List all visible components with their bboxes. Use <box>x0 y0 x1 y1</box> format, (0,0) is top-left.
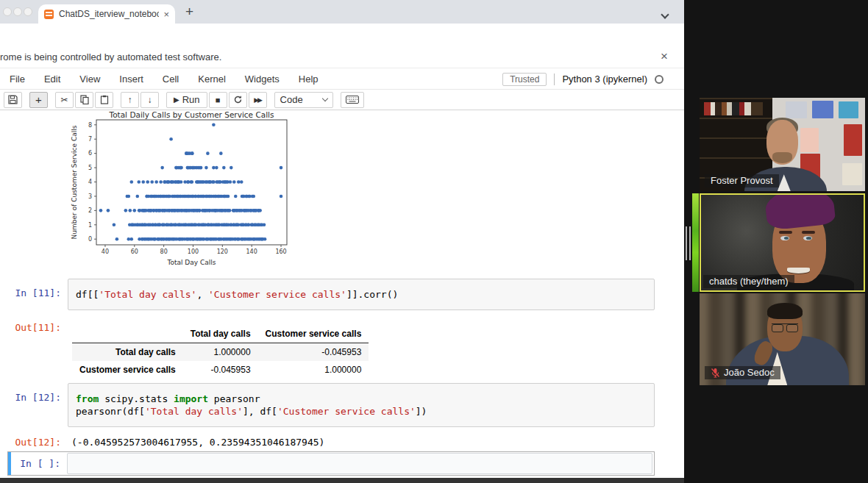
paste-cell-button[interactable] <box>95 92 113 108</box>
output-cell-11: Out[11]: Total day callsCustomer service… <box>6 321 655 379</box>
video-tile-chatds-active[interactable]: chatds (they/them) <box>700 193 865 292</box>
svg-text:Total Daily Calls by Customer: Total Daily Calls by Customer Service Ca… <box>109 112 274 119</box>
svg-text:7: 7 <box>88 136 92 143</box>
selected-empty-cell[interactable]: In [ ]: <box>7 451 655 476</box>
menu-item-edit[interactable]: Edit <box>35 68 70 90</box>
cell-prompt: In [12]: <box>6 383 68 427</box>
tab-close-icon[interactable]: × <box>159 9 169 20</box>
trusted-badge: Trusted <box>502 73 547 86</box>
copy-cell-button[interactable] <box>75 92 93 108</box>
mic-muted-icon <box>711 368 720 378</box>
active-speaker-strip <box>692 193 699 292</box>
output-value: (-0.045952573004617955, 0.23594351046187… <box>71 435 324 448</box>
svg-text:8: 8 <box>88 122 92 129</box>
cut-cell-button[interactable]: ✂ <box>55 92 74 108</box>
restart-kernel-button[interactable] <box>229 92 247 108</box>
code-cell-12: In [12]: from scipy.stats import pearson… <box>6 383 655 427</box>
participant-name-label: chatds (they/them) <box>703 275 794 288</box>
menu-item-file[interactable]: File <box>0 68 35 90</box>
participant-beard <box>772 152 792 163</box>
avatar-eyebrow <box>802 231 815 234</box>
svg-text:60: 60 <box>131 248 138 255</box>
panel-resize-handle[interactable] <box>686 226 691 260</box>
cell-prompt: In [ ]: <box>8 452 67 475</box>
participant-name-label: Foster Provost <box>705 174 779 187</box>
video-call-panel: Foster Provost chatds (they/them) <box>684 0 868 483</box>
bottom-edge <box>0 478 684 483</box>
wall-drawing <box>842 163 862 185</box>
svg-text:5: 5 <box>88 165 92 171</box>
code-input-11[interactable]: df[['Total day calls', 'Customer service… <box>68 279 655 310</box>
run-button[interactable]: ▶ Run <box>166 92 207 108</box>
automation-infobar: rome is being controlled by automated te… <box>0 46 684 68</box>
add-cell-button[interactable]: + <box>29 92 48 108</box>
tab-search-chevron-icon[interactable] <box>662 7 668 21</box>
browser-window: ChatDS_iterview_notebook - .. × + i loca… <box>0 0 684 483</box>
kernel-name: Python 3 (ipykernel) <box>562 74 647 85</box>
menu-item-cell[interactable]: Cell <box>153 68 188 90</box>
svg-text:6: 6 <box>88 150 92 157</box>
menu-item-widgets[interactable]: Widgets <box>235 68 289 90</box>
move-cell-down-button[interactable]: ↓ <box>140 92 159 108</box>
wall-drawing <box>839 101 858 118</box>
svg-text:4: 4 <box>88 179 92 185</box>
traffic-light-close-button[interactable] <box>3 7 12 16</box>
red-paper <box>844 124 862 156</box>
empty-cell-input[interactable] <box>67 453 652 474</box>
run-label: Run <box>182 94 200 105</box>
svg-text:140: 140 <box>246 248 257 255</box>
scatter-figure: 406080100120140160012345678Total Daily C… <box>70 112 291 271</box>
infobar-close-icon[interactable]: × <box>661 49 668 64</box>
traffic-light-minimize-button[interactable] <box>13 7 22 16</box>
menu-item-view[interactable]: View <box>70 68 110 90</box>
browser-tab[interactable]: ChatDS_iterview_notebook - .. × <box>38 4 175 24</box>
avatar-purple-hair <box>764 193 836 231</box>
cell-type-select[interactable]: Code <box>274 92 333 108</box>
cell-type-value: Code <box>280 94 303 105</box>
save-button[interactable] <box>4 92 22 108</box>
wall-paper <box>800 128 819 152</box>
code-input-12[interactable]: from scipy.stats import pearsonrpearsonr… <box>68 383 655 427</box>
avatar-smile <box>787 268 810 273</box>
participant-name-label: João Sedoc <box>705 366 780 379</box>
output-cell-12: Out[12]: (-0.045952573004617955, 0.23594… <box>6 435 655 448</box>
svg-text:40: 40 <box>102 248 109 255</box>
menubar-divider <box>554 74 555 85</box>
command-palette-keyboard-button[interactable] <box>341 92 364 108</box>
avatar-eyebrow <box>779 231 792 234</box>
avatar-eye <box>780 236 789 240</box>
infobar-text: rome is being controlled by automated te… <box>0 46 221 68</box>
svg-text:3: 3 <box>88 193 92 200</box>
svg-text:80: 80 <box>160 248 168 255</box>
output-prompt: Out[11]: <box>6 321 68 379</box>
move-cell-up-button[interactable]: ↑ <box>121 92 139 108</box>
stop-button[interactable]: ■ <box>209 92 227 108</box>
avatar-eye <box>803 236 812 240</box>
jupyter-favicon <box>44 10 54 19</box>
output-prompt: Out[12]: <box>6 435 68 448</box>
participant-hair <box>767 303 802 320</box>
svg-text:120: 120 <box>217 248 228 255</box>
traffic-light-zoom-button[interactable] <box>24 7 32 16</box>
menu-item-help[interactable]: Help <box>289 68 328 90</box>
screen: ChatDS_iterview_notebook - .. × + i loca… <box>0 0 868 483</box>
jupyter-menubar: File Edit View Insert Cell Kernel Widget… <box>0 68 684 90</box>
video-tile-joao-sedoc[interactable]: João Sedoc <box>700 293 865 385</box>
svg-text:0: 0 <box>88 236 92 243</box>
wall-drawing <box>812 101 833 118</box>
code-cell-11: In [11]: df[['Total day calls', 'Custome… <box>6 279 655 310</box>
book-spines <box>704 102 763 115</box>
restart-run-all-button[interactable]: ▶▶ <box>249 92 267 108</box>
svg-text:100: 100 <box>188 248 199 255</box>
video-tile-foster-provost[interactable]: Foster Provost <box>700 98 865 191</box>
svg-text:Total Day Calls: Total Day Calls <box>166 259 216 266</box>
menu-item-kernel[interactable]: Kernel <box>188 68 235 90</box>
scatter-plot: 406080100120140160012345678Total Daily C… <box>70 112 291 268</box>
svg-text:Number of Customer Service Cal: Number of Customer Service Calls <box>71 125 78 239</box>
svg-text:1: 1 <box>88 222 92 229</box>
correlation-table: Total day callsCustomer service callsTot… <box>72 325 369 379</box>
svg-text:2: 2 <box>88 207 92 214</box>
participant-glasses <box>772 323 798 332</box>
menu-item-insert[interactable]: Insert <box>110 68 153 90</box>
new-tab-button[interactable]: + <box>185 4 193 20</box>
